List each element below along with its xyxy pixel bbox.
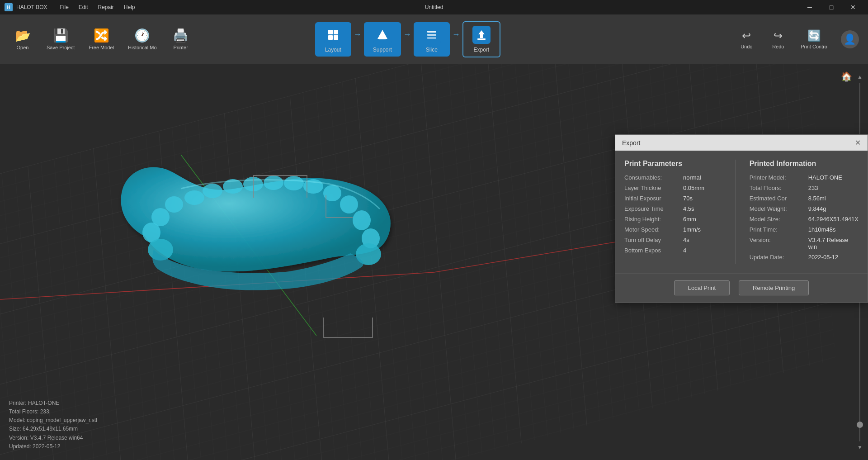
step-arrow-1: → <box>354 30 362 48</box>
svg-rect-6 <box>379 38 386 39</box>
svg-point-29 <box>353 210 371 230</box>
dialog-title: Export <box>622 139 640 147</box>
svg-rect-8 <box>427 34 436 36</box>
menu-help[interactable]: Help <box>119 3 140 11</box>
historical-button[interactable]: 🕐 Historical Mo <box>124 26 160 52</box>
corner-marker-bl <box>326 195 353 218</box>
menu-edit[interactable]: Edit <box>74 3 93 11</box>
print-time-label: Print Time: <box>750 226 808 233</box>
step-export[interactable]: Export <box>462 21 500 57</box>
menu-file[interactable]: File <box>55 3 73 11</box>
undo-label: Undo <box>741 44 752 49</box>
param-consumables: Consumables: normal <box>624 174 722 181</box>
main-content: 🏠 ▲ ▼ Printer: HALOT-ONE Total Floors: 2… <box>0 64 868 460</box>
estimated-label: Estimated Cor <box>750 195 808 202</box>
svg-rect-1 <box>334 30 338 34</box>
scroll-down[interactable]: ▼ <box>856 444 863 451</box>
svg-rect-7 <box>427 31 436 33</box>
bottom-info: Printer: HALOT-ONE Total Floors: 233 Mod… <box>9 399 97 451</box>
version-info: Version: V3.4.7 Release win64 <box>9 434 97 442</box>
model-size-value: 64.2946X51.4941X <box>808 216 859 223</box>
info-update-date: Update Date: 2022-05-12 <box>750 254 859 261</box>
svg-point-18 <box>203 184 222 198</box>
bottom-expos-value: 4 <box>683 247 686 254</box>
dialog-divider <box>736 160 736 264</box>
layout-icon <box>324 26 342 44</box>
dialog-close-button[interactable]: ✕ <box>855 138 861 147</box>
svg-rect-0 <box>328 30 333 34</box>
motor-speed-label: Motor Speed: <box>624 226 683 233</box>
scroll-thumb[interactable] <box>857 422 863 428</box>
print-control-label: Print Contro <box>801 44 827 49</box>
model-weight-value: 9.844g <box>808 205 826 212</box>
svg-point-24 <box>165 196 183 213</box>
corner-marker-tl <box>253 175 280 198</box>
svg-rect-9 <box>427 37 436 39</box>
dialog-body: Print Parameters Consumables: normal Lay… <box>615 151 868 273</box>
window-title: Untitled <box>425 4 443 10</box>
menu-repair[interactable]: Repair <box>94 3 118 11</box>
step-support[interactable]: Support <box>364 22 401 57</box>
home-button[interactable]: 🏠 <box>841 71 852 82</box>
toolbar: 📂 Open 💾 Save Project 🔀 Free Model 🕐 His… <box>0 14 868 64</box>
corner-marker-br2 <box>348 318 373 338</box>
maximize-button[interactable]: □ <box>821 0 842 14</box>
svg-marker-10 <box>478 30 485 38</box>
param-exposure-time: Exposure Time 4.5s <box>624 205 722 212</box>
svg-rect-2 <box>328 35 333 40</box>
initial-exp-label: Initial Exposur <box>624 195 683 202</box>
update-date-value: 2022-05-12 <box>808 254 839 261</box>
printer-info: Printer: HALOT-ONE <box>9 399 97 408</box>
layer-value: 0.05mm <box>683 185 704 191</box>
model-info: Model: coping_model_upperjaw_r.stl <box>9 416 97 425</box>
print-control-button[interactable]: 🔄 Print Contro <box>796 27 832 52</box>
undo-button[interactable]: ↩ Undo <box>733 27 760 52</box>
step-arrow-3: → <box>452 30 460 48</box>
printer-icon: 🖨️ <box>173 28 189 43</box>
export-icon <box>472 26 491 44</box>
param-motor-speed: Motor Speed: 1mm/s <box>624 226 722 233</box>
updated-info: Updated: 2022-05-12 <box>9 442 97 451</box>
save-project-button[interactable]: 💾 Save Project <box>43 26 78 52</box>
print-parameters-column: Print Parameters Consumables: normal Lay… <box>624 160 722 264</box>
scroll-up[interactable]: ▲ <box>856 73 863 81</box>
export-dialog: Export ✕ Print Parameters Consumables: n… <box>615 134 868 303</box>
printer-button[interactable]: 🖨️ Printer <box>167 26 194 52</box>
toolbar-left-group: 📂 Open 💾 Save Project 🔀 Free Model 🕐 His… <box>9 26 194 52</box>
historical-label: Historical Mo <box>128 45 157 50</box>
total-floors-label: Total Floors: <box>750 185 808 191</box>
consumables-value: normal <box>683 174 701 181</box>
toolbar-right: ↩ Undo ↪ Redo 🔄 Print Contro 👤 <box>733 27 859 52</box>
support-icon <box>373 26 392 44</box>
dialog-header: Export ✕ <box>615 135 868 151</box>
user-avatar[interactable]: 👤 <box>841 30 859 48</box>
step-slice[interactable]: Slice <box>414 22 450 57</box>
remote-printing-button[interactable]: Remote Printing <box>739 280 809 295</box>
redo-icon: ↪ <box>774 29 783 42</box>
local-print-button[interactable]: Local Print <box>674 280 730 295</box>
close-button[interactable]: ✕ <box>843 0 863 14</box>
minimize-button[interactable]: ─ <box>799 0 820 14</box>
step-arrow-2: → <box>403 30 411 48</box>
param-turn-off-delay: Turn off Delay 4s <box>624 237 722 243</box>
redo-button[interactable]: ↪ Redo <box>764 27 792 52</box>
window-controls: ─ □ ✕ <box>799 0 863 14</box>
size-info: Size: 64.29x51.49x11.65mm <box>9 425 97 433</box>
step-layout[interactable]: Layout <box>315 22 351 57</box>
estimated-value: 8.56ml <box>808 195 826 202</box>
turn-off-value: 4s <box>683 237 689 243</box>
app-name: HALOT BOX <box>16 4 47 10</box>
motor-speed-value: 1mm/s <box>683 226 701 233</box>
free-model-button[interactable]: 🔀 Free Model <box>85 26 118 52</box>
model-size-label: Model Size: <box>750 216 808 223</box>
slice-label: Slice <box>426 47 438 53</box>
bottom-expos-label: Bottom Expos <box>624 247 683 254</box>
open-button[interactable]: 📂 Open <box>9 26 36 52</box>
support-label: Support <box>373 47 392 53</box>
update-date-label: Update Date: <box>750 254 808 261</box>
dialog-footer: Local Print Remote Printing <box>615 273 868 302</box>
info-total-floors: Total Floors: 233 <box>750 185 859 191</box>
corner-marker-tr <box>280 175 307 198</box>
corner-marker-bl2 <box>323 318 348 338</box>
printed-information-column: Printed Information Printer Model: HALOT… <box>750 160 859 264</box>
